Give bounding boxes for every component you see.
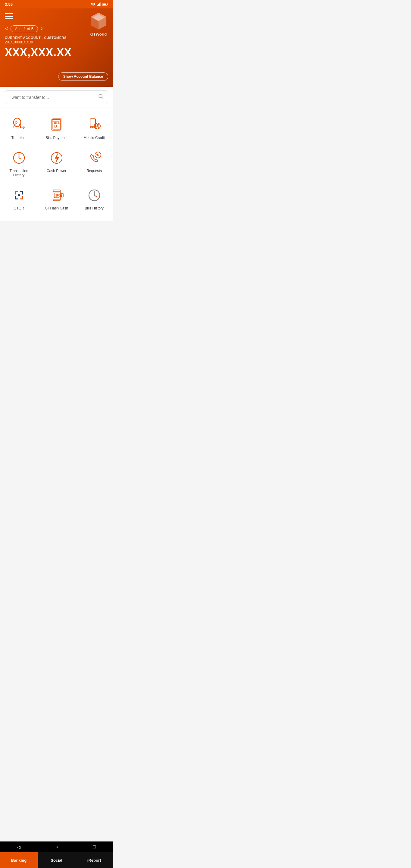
requests-icon: % ? [86,150,103,166]
svg-rect-2 [99,3,100,6]
svg-point-25 [92,127,93,128]
search-input[interactable] [9,95,98,100]
bills-history-icon [86,187,103,204]
gtflash-cash-label: GTFlash Cash [45,206,68,210]
bills-history-label: Bills History [85,206,104,210]
menu-item-requests[interactable]: % ? Requests [78,146,111,181]
prev-account-arrow[interactable]: < [5,26,8,32]
transfers-icon: D [10,116,27,133]
wifi-icon [91,2,96,6]
search-icon [98,94,104,101]
svg-text:%: % [96,153,99,157]
svg-text:?: ? [100,152,101,155]
status-icons [91,2,108,6]
transaction-history-label: Transaction History [5,169,33,177]
svg-rect-5 [107,4,108,5]
menu-item-bills-payment[interactable]: BILL D Bills Payment [40,113,73,144]
gtflash-cash-icon: 1000 [48,187,65,204]
mobile-credit-icon [86,116,103,133]
menu-item-cash-power[interactable]: Cash Power [40,146,73,181]
svg-rect-37 [18,194,20,196]
menu-row-3: GTQR 1000 GTFlash Cash [0,183,113,214]
status-bar: 3:55 [0,0,113,8]
requests-label: Requests [87,169,102,173]
svg-text:D: D [15,121,18,124]
signal-icon [97,2,101,6]
hamburger-menu[interactable] [5,13,13,19]
menu-item-bills-history[interactable]: Bills History [78,183,111,214]
menu-item-gtqr[interactable]: GTQR [2,183,36,214]
svg-rect-6 [103,4,106,5]
cash-power-label: Cash Power [47,169,66,173]
search-bar[interactable] [5,90,108,104]
gtqr-icon [10,187,27,204]
account-balance: XXX,XXX.XX [5,46,108,59]
battery-icon [102,2,108,6]
transfers-label: Transfers [11,135,26,140]
bills-payment-label: Bills Payment [45,135,67,140]
account-indicator: Acc. 1 of 5 [10,25,38,32]
account-number: 201/100001/1/1/0 [5,40,108,44]
menu-item-transfers[interactable]: D Transfers [2,113,36,144]
next-account-arrow[interactable]: > [40,26,44,32]
bills-payment-icon: BILL D [48,116,65,133]
menu-grid: D Transfers BILL D [0,108,113,221]
logo-text: GTWorld [90,32,107,36]
menu-item-gtflash-cash[interactable]: 1000 GTFlash Cash [40,183,73,214]
svg-rect-1 [98,4,99,6]
svg-rect-3 [100,2,101,6]
hero-section: GTWorld < Acc. 1 of 5 > CURRENT ACCOUNT … [0,8,113,87]
svg-text:D: D [54,124,57,128]
menu-item-mobile-credit[interactable]: Mobile Credit [78,113,111,144]
mobile-credit-label: Mobile Credit [84,135,105,140]
menu-item-transaction-history[interactable]: Transaction History [2,146,36,181]
gtqr-label: GTQR [13,206,24,210]
app-logo [89,11,108,31]
svg-rect-0 [97,5,98,6]
svg-line-13 [102,97,103,99]
cash-power-icon [48,150,65,166]
transaction-history-icon [10,150,27,166]
status-time: 3:55 [5,2,13,7]
menu-row-1: D Transfers BILL D [0,113,113,144]
search-section [0,87,113,108]
logo-area: GTWorld [89,11,108,36]
menu-row-2: Transaction History Cash Power [0,146,113,181]
show-balance-button[interactable]: Show Account Balance [58,72,108,81]
